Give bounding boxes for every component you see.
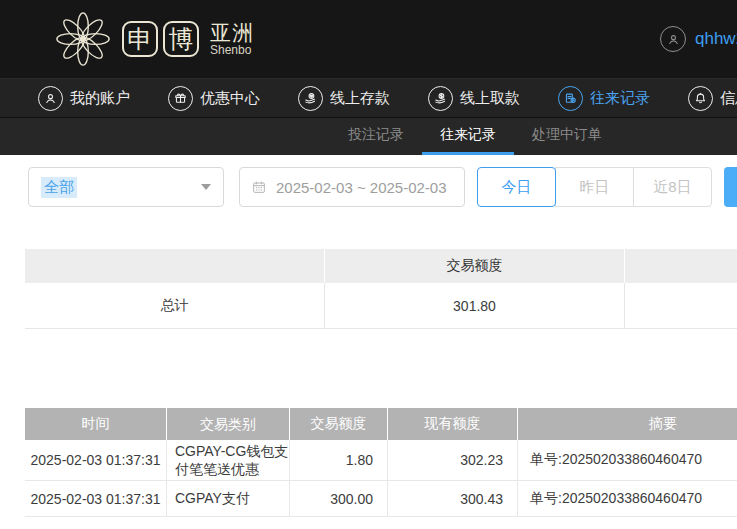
date-range-input[interactable]: 2025-02-03 ~ 2025-02-03 bbox=[239, 167, 465, 207]
gift-icon bbox=[168, 86, 193, 111]
summary-table: 交易额度 总计 301.80 bbox=[25, 249, 737, 329]
summary-empty-cell bbox=[625, 283, 737, 329]
table-row: 2025-02-03 01:37:31 CGPAY支付 300.00 300.4… bbox=[25, 481, 737, 517]
user-icon bbox=[38, 86, 63, 111]
summary-header-amount: 交易额度 bbox=[325, 249, 625, 283]
yesterday-button[interactable]: 昨日 bbox=[555, 167, 634, 207]
logo-char-box: 博 bbox=[163, 21, 199, 57]
nav-item-transaction-records[interactable]: 往来记录 bbox=[558, 86, 650, 111]
today-button[interactable]: 今日 bbox=[477, 167, 556, 207]
select-value: 全部 bbox=[41, 177, 77, 198]
main-nav: 我的账户 优惠中心 线上存款 线上取款 往来记录 bbox=[0, 78, 737, 118]
cell-summary: 单号:202502033860460470 bbox=[518, 481, 737, 517]
logo-latin-text: Shenbo bbox=[210, 44, 254, 57]
browser-viewport: 申 博 亚洲 Shenbo qhhw2 我的账户 优惠中 bbox=[0, 0, 737, 529]
nav-item-messages[interactable]: 信息 bbox=[688, 86, 737, 111]
username-text: qhhw2 bbox=[695, 29, 737, 49]
cell-type: CGPAY支付 bbox=[167, 481, 290, 517]
transactions-table: 时间 交易类别 交易额度 现有额度 摘要 2025-02-03 01:37:31… bbox=[25, 408, 737, 517]
table-row: 2025-02-03 01:37:31 CGPAY-CG钱包支付笔笔送优惠 1.… bbox=[25, 440, 737, 481]
summary-total-row: 总计 301.80 bbox=[25, 283, 737, 329]
logo-characters: 申 博 bbox=[122, 21, 199, 57]
top-bar: 申 博 亚洲 Shenbo qhhw2 bbox=[0, 0, 737, 78]
flower-logo-icon bbox=[54, 10, 112, 68]
withdraw-icon bbox=[428, 86, 453, 111]
last-8-days-button[interactable]: 近8日 bbox=[633, 167, 712, 207]
user-account[interactable]: qhhw2 bbox=[660, 0, 737, 78]
tab-transaction-records[interactable]: 往来记录 bbox=[422, 118, 514, 155]
cell-amount: 1.80 bbox=[290, 440, 388, 481]
filter-row: 全部 2025-02-03 ~ 2025-02-03 今日 昨日 近8日 bbox=[28, 167, 737, 207]
nav-item-my-account[interactable]: 我的账户 bbox=[38, 86, 130, 111]
tab-betting-records[interactable]: 投注记录 bbox=[330, 118, 422, 155]
summary-header-cell bbox=[625, 249, 737, 283]
cell-summary: 单号:202502033860460470 bbox=[518, 440, 737, 481]
transaction-type-select[interactable]: 全部 bbox=[28, 167, 224, 207]
logo-text: 亚洲 Shenbo bbox=[210, 22, 254, 57]
records-icon bbox=[558, 86, 583, 111]
transactions-header-row: 时间 交易类别 交易额度 现有额度 摘要 bbox=[25, 408, 737, 440]
logo-region-text: 亚洲 bbox=[210, 22, 254, 44]
nav-label: 线上存款 bbox=[330, 89, 390, 108]
record-tabs: 投注记录 往来记录 处理中订单 bbox=[0, 118, 737, 155]
avatar-icon bbox=[660, 26, 686, 52]
calendar-icon bbox=[251, 179, 267, 195]
tab-pending-orders[interactable]: 处理中订单 bbox=[514, 118, 620, 155]
nav-label: 线上取款 bbox=[460, 89, 520, 108]
page: 申 博 亚洲 Shenbo qhhw2 我的账户 优惠中 bbox=[0, 0, 737, 517]
cell-balance: 300.43 bbox=[388, 481, 518, 517]
site-logo[interactable]: 申 博 亚洲 Shenbo bbox=[0, 10, 254, 68]
cell-type: CGPAY-CG钱包支付笔笔送优惠 bbox=[167, 440, 290, 481]
column-header-balance: 现有额度 bbox=[388, 408, 518, 440]
nav-item-promotions[interactable]: 优惠中心 bbox=[168, 86, 260, 111]
quick-date-buttons: 今日 昨日 近8日 bbox=[477, 167, 712, 207]
nav-label: 信息 bbox=[720, 89, 737, 108]
cell-balance: 302.23 bbox=[388, 440, 518, 481]
nav-label: 优惠中心 bbox=[200, 89, 260, 108]
column-header-type: 交易类别 bbox=[167, 408, 290, 440]
nav-label: 往来记录 bbox=[590, 89, 650, 108]
nav-label: 我的账户 bbox=[70, 89, 130, 108]
cell-time: 2025-02-03 01:37:31 bbox=[25, 481, 167, 517]
cell-time: 2025-02-03 01:37:31 bbox=[25, 440, 167, 481]
summary-header-row: 交易额度 bbox=[25, 249, 737, 283]
column-header-time: 时间 bbox=[25, 408, 167, 440]
logo-char-box: 申 bbox=[122, 21, 158, 57]
bell-icon bbox=[688, 86, 713, 111]
chevron-down-icon bbox=[201, 184, 211, 190]
column-header-amount: 交易额度 bbox=[290, 408, 388, 440]
nav-item-deposit[interactable]: 线上存款 bbox=[298, 86, 390, 111]
date-range-text: 2025-02-03 ~ 2025-02-03 bbox=[276, 179, 447, 196]
search-button[interactable] bbox=[724, 167, 737, 207]
cell-amount: 300.00 bbox=[290, 481, 388, 517]
nav-item-withdraw[interactable]: 线上取款 bbox=[428, 86, 520, 111]
summary-total-value: 301.80 bbox=[325, 283, 625, 329]
summary-header-cell bbox=[25, 249, 325, 283]
summary-total-label: 总计 bbox=[25, 283, 325, 329]
column-header-summary: 摘要 bbox=[518, 408, 737, 440]
deposit-icon bbox=[298, 86, 323, 111]
